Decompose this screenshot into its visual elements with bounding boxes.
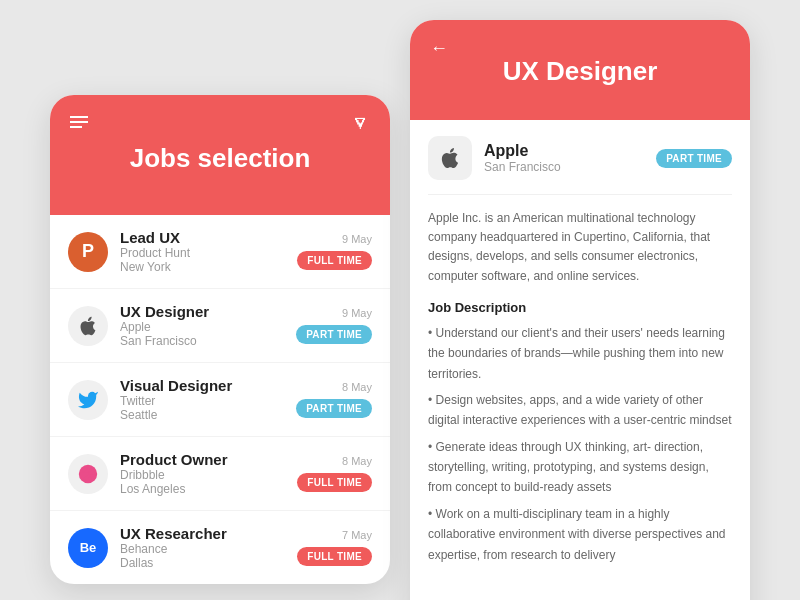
jobs-list: P Lead UX Product Hunt New York 9 May FU…: [50, 215, 390, 584]
company-row: Apple San Francisco PART TIME: [428, 136, 732, 195]
detail-title: UX Designer: [503, 56, 658, 87]
job-description-label: Job Description: [428, 300, 732, 315]
back-button[interactable]: ←: [430, 38, 448, 59]
svg-point-0: [79, 464, 97, 482]
job-company: Behance: [120, 542, 297, 556]
job-badge: PART TIME: [296, 325, 372, 344]
header-icons: ⛛: [50, 113, 390, 134]
job-location: Los Angeles: [120, 482, 297, 496]
job-item-product-owner[interactable]: Product Owner Dribbble Los Angeles 8 May…: [50, 437, 390, 511]
detail-header: ← UX Designer: [410, 20, 750, 120]
job-title: Product Owner: [120, 451, 297, 468]
job-info: UX Researcher Behance Dallas: [120, 525, 297, 570]
company-info: Apple San Francisco: [484, 142, 656, 174]
filter-icon[interactable]: ⛛: [352, 113, 370, 134]
job-location: New York: [120, 260, 297, 274]
job-info: Product Owner Dribbble Los Angeles: [120, 451, 297, 496]
company-name: Apple: [484, 142, 656, 160]
job-badge: FULL TIME: [297, 547, 372, 566]
company-location: San Francisco: [484, 160, 656, 174]
job-title: UX Researcher: [120, 525, 297, 542]
job-location: Dallas: [120, 556, 297, 570]
job-item-lead-ux[interactable]: P Lead UX Product Hunt New York 9 May FU…: [50, 215, 390, 289]
jobs-panel-title: Jobs selection: [130, 143, 311, 174]
bullet-item: • Generate ideas through UX thinking, ar…: [428, 437, 732, 498]
job-info: Lead UX Product Hunt New York: [120, 229, 297, 274]
company-description: Apple Inc. is an American multinational …: [428, 209, 732, 286]
left-header: ⛛ Jobs selection: [50, 95, 390, 215]
job-item-visual-designer[interactable]: Visual Designer Twitter Seattle 8 May PA…: [50, 363, 390, 437]
menu-icon[interactable]: [70, 113, 88, 134]
job-location: Seattle: [120, 408, 296, 422]
job-logo: [68, 454, 108, 494]
company-logo: [428, 136, 472, 180]
job-date: 8 May: [342, 455, 372, 467]
job-title: Visual Designer: [120, 377, 296, 394]
detail-body: Apple San Francisco PART TIME Apple Inc.…: [410, 120, 750, 587]
job-meta: 9 May PART TIME: [296, 307, 372, 344]
job-company: Apple: [120, 320, 296, 334]
bullet-item: • Understand our client's and their user…: [428, 323, 732, 384]
job-bullets: • Understand our client's and their user…: [428, 323, 732, 565]
bullet-item: • Work on a multi-disciplinary team in a…: [428, 504, 732, 565]
job-meta: 9 May FULL TIME: [297, 233, 372, 270]
job-detail-panel: ← UX Designer Apple San Francisco PART T…: [410, 20, 750, 600]
job-item-ux-researcher[interactable]: Be UX Researcher Behance Dallas 7 May FU…: [50, 511, 390, 584]
job-title: Lead UX: [120, 229, 297, 246]
bullet-item: • Design websites, apps, and a wide vari…: [428, 390, 732, 431]
job-company: Dribbble: [120, 468, 297, 482]
job-title: UX Designer: [120, 303, 296, 320]
job-date: 9 May: [342, 233, 372, 245]
job-meta: 8 May FULL TIME: [297, 455, 372, 492]
job-logo: [68, 380, 108, 420]
job-date: 9 May: [342, 307, 372, 319]
job-date: 7 May: [342, 529, 372, 541]
detail-badge: PART TIME: [656, 149, 732, 168]
job-company: Twitter: [120, 394, 296, 408]
job-meta: 8 May PART TIME: [296, 381, 372, 418]
job-meta: 7 May FULL TIME: [297, 529, 372, 566]
job-logo: Be: [68, 528, 108, 568]
job-info: UX Designer Apple San Francisco: [120, 303, 296, 348]
job-info: Visual Designer Twitter Seattle: [120, 377, 296, 422]
jobs-list-panel: ⛛ Jobs selection P Lead UX Product Hunt …: [50, 95, 390, 584]
job-location: San Francisco: [120, 334, 296, 348]
job-badge: FULL TIME: [297, 251, 372, 270]
job-logo: P: [68, 232, 108, 272]
job-item-ux-designer[interactable]: UX Designer Apple San Francisco 9 May PA…: [50, 289, 390, 363]
job-logo: [68, 306, 108, 346]
job-company: Product Hunt: [120, 246, 297, 260]
job-badge: FULL TIME: [297, 473, 372, 492]
job-badge: PART TIME: [296, 399, 372, 418]
job-date: 8 May: [342, 381, 372, 393]
